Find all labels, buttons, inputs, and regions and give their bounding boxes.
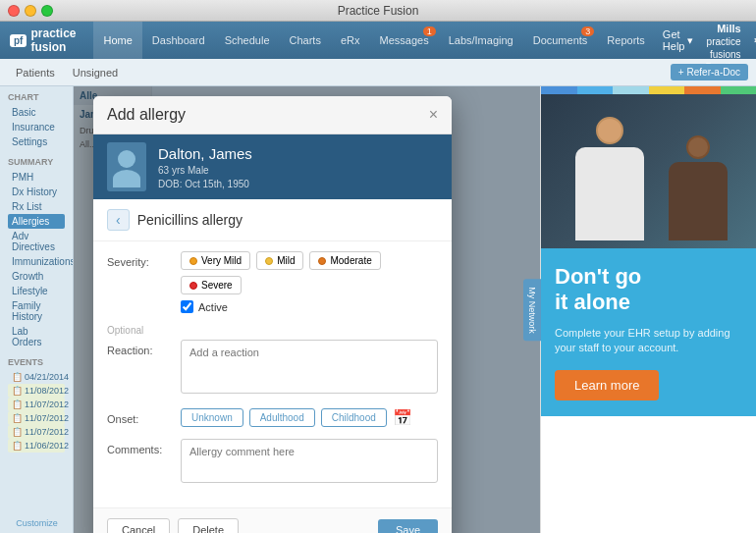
onset-childhood[interactable]: Childhood bbox=[321, 408, 387, 427]
ad-body: Don't go it alone Complete your EHR setu… bbox=[541, 248, 756, 416]
cancel-button[interactable]: Cancel bbox=[107, 518, 170, 533]
learn-more-button[interactable]: Learn more bbox=[555, 370, 659, 400]
sidebar-event-3[interactable]: 📋11/07/2012 bbox=[8, 398, 65, 411]
person-doctor bbox=[561, 117, 659, 240]
color-light-blue bbox=[577, 86, 614, 94]
modal-close-button[interactable]: × bbox=[429, 107, 438, 123]
sidebar-footer: Customize bbox=[0, 515, 74, 529]
ad-color-bar bbox=[541, 86, 756, 94]
nav-tabs: Home Dashboard Schedule Charts eRx Messa… bbox=[93, 22, 654, 59]
allergy-name: Penicillins allergy bbox=[137, 212, 243, 228]
sidebar-item-basic[interactable]: Basic bbox=[8, 105, 65, 120]
customize-link[interactable]: Customize bbox=[16, 518, 58, 528]
nav-tab-home[interactable]: Home bbox=[93, 22, 141, 59]
severity-severe[interactable]: Severe bbox=[181, 276, 242, 294]
severe-dot bbox=[189, 282, 197, 290]
reaction-input[interactable] bbox=[181, 340, 438, 394]
comments-label: Comments: bbox=[107, 439, 181, 455]
ad-image bbox=[541, 86, 756, 248]
doctor-head bbox=[596, 117, 623, 144]
logo[interactable]: pf practice fusion bbox=[10, 27, 76, 54]
sidebar-section-events-title: Events bbox=[8, 357, 65, 367]
sidebar-item-settings[interactable]: Settings bbox=[8, 134, 65, 149]
nav-tab-charts[interactable]: Charts bbox=[280, 22, 331, 59]
minimize-button[interactable] bbox=[25, 5, 36, 17]
avatar-silhouette bbox=[113, 146, 140, 187]
color-orange bbox=[684, 86, 721, 94]
reaction-label: Reaction: bbox=[107, 340, 181, 356]
sidebar-item-family-history[interactable]: Family History bbox=[8, 298, 65, 324]
sidebar-item-lab-orders[interactable]: Lab Orders bbox=[8, 324, 65, 349]
severity-moderate[interactable]: Moderate bbox=[309, 251, 380, 270]
allergy-form: Severity: Very Mild Mild bbox=[93, 241, 452, 507]
severity-row: Severity: Very Mild Mild bbox=[107, 251, 438, 313]
delete-button[interactable]: Delete bbox=[178, 518, 239, 533]
nav-tab-schedule[interactable]: Schedule bbox=[215, 22, 280, 59]
patient-details: Dalton, James 63 yrs Male DOB: Oct 15th,… bbox=[158, 145, 252, 189]
my-network-tab[interactable]: My Network bbox=[523, 279, 541, 342]
settings-icon[interactable]: ⚙ bbox=[753, 32, 756, 48]
sidebar-item-insurance[interactable]: Insurance bbox=[8, 120, 65, 134]
sec-tab-unsigned[interactable]: Unsigned bbox=[65, 63, 126, 82]
nav-tab-dashboard[interactable]: Dashboard bbox=[142, 22, 215, 59]
sidebar-item-immunizations[interactable]: Immunizations bbox=[8, 254, 65, 269]
allergy-nav: ‹ Penicillins allergy bbox=[93, 199, 452, 241]
doctor-body bbox=[575, 147, 644, 240]
nav-tab-messages[interactable]: Messages 1 bbox=[370, 22, 439, 59]
patient-dob: DOB: Oct 15th, 1950 bbox=[158, 179, 252, 189]
sidebar-item-pmh[interactable]: PMH bbox=[8, 170, 65, 185]
sidebar-event-2[interactable]: 📋11/08/2012 bbox=[8, 384, 65, 398]
sidebar-section-events: Events 📋04/21/2014 📋11/08/2012 📋11/07/20… bbox=[0, 351, 73, 454]
color-yellow bbox=[649, 86, 685, 94]
add-allergy-modal: Add allergy × Dalton, James 63 yrs Male … bbox=[93, 96, 452, 533]
ad-headline: Don't go it alone bbox=[555, 264, 742, 316]
onset-unknown[interactable]: Unknown bbox=[181, 408, 243, 427]
save-button[interactable]: Save bbox=[378, 519, 438, 533]
sidebar-event-5[interactable]: 📋11/07/2012 bbox=[8, 425, 65, 439]
nav-tab-erx[interactable]: eRx bbox=[331, 22, 370, 59]
refer-a-doc-button[interactable]: + Refer-a-Doc bbox=[671, 64, 748, 80]
sidebar-section-summary: Summary PMH Dx History Rx List Allergies… bbox=[0, 151, 73, 351]
sidebar-item-growth[interactable]: Growth bbox=[8, 269, 65, 284]
nav-tab-reports[interactable]: Reports bbox=[597, 22, 655, 59]
sidebar-item-allergies[interactable]: Allergies bbox=[8, 214, 65, 229]
calendar-icon[interactable]: 📅 bbox=[393, 408, 412, 427]
get-help-button[interactable]: Get Help ▾ bbox=[663, 28, 694, 52]
color-blue bbox=[541, 86, 577, 94]
nav-tab-labs[interactable]: Labs/Imaging bbox=[439, 22, 523, 59]
back-button[interactable]: ‹ bbox=[107, 209, 130, 231]
severity-very-mild[interactable]: Very Mild bbox=[181, 251, 250, 270]
severity-mild[interactable]: Mild bbox=[256, 251, 303, 270]
nav-tab-documents[interactable]: Documents 3 bbox=[523, 22, 598, 59]
sidebar-item-lifestyle[interactable]: Lifestyle bbox=[8, 284, 65, 298]
content-area: Alle James Drug All... Add allergy × bbox=[74, 86, 756, 533]
close-button[interactable] bbox=[8, 5, 20, 17]
sidebar-item-dx-history[interactable]: Dx History bbox=[8, 185, 65, 199]
sidebar-event-4[interactable]: 📋11/07/2012 bbox=[8, 411, 65, 425]
patient-age: 63 yrs Male bbox=[158, 165, 252, 176]
comments-input[interactable] bbox=[181, 439, 438, 483]
reaction-controls bbox=[181, 340, 438, 397]
modal-header: Add allergy × bbox=[93, 96, 452, 134]
onset-controls: Unknown Adulthood Childhood 📅 bbox=[181, 408, 438, 427]
sidebar-item-rx-list[interactable]: Rx List bbox=[8, 199, 65, 214]
modal-footer: Cancel Delete Save bbox=[93, 507, 452, 533]
patient-avatar bbox=[107, 142, 146, 191]
patient-head bbox=[686, 135, 710, 159]
sidebar-event-6[interactable]: 📋11/06/2012 bbox=[8, 439, 65, 453]
titlebar: Practice Fusion bbox=[0, 0, 756, 22]
comments-row: Comments: bbox=[107, 439, 438, 486]
onset-label: Onset: bbox=[107, 408, 181, 425]
active-checkbox[interactable] bbox=[181, 300, 193, 313]
avatar-head bbox=[118, 150, 135, 168]
sidebar-item-adv-directives[interactable]: Adv Directives bbox=[8, 229, 65, 254]
maximize-button[interactable] bbox=[41, 5, 53, 17]
onset-adulthood[interactable]: Adulthood bbox=[249, 408, 315, 427]
sec-tab-patients[interactable]: Patients bbox=[8, 63, 63, 82]
patient-body bbox=[669, 162, 728, 240]
mild-dot bbox=[265, 257, 273, 265]
onset-row: Onset: Unknown Adulthood Childhood 📅 bbox=[107, 408, 438, 427]
top-navigation: pf practice fusion Home Dashboard Schedu… bbox=[0, 22, 756, 59]
sidebar-event-1[interactable]: 📋04/21/2014 bbox=[8, 370, 65, 384]
optional-section-label: Optional bbox=[107, 325, 438, 336]
